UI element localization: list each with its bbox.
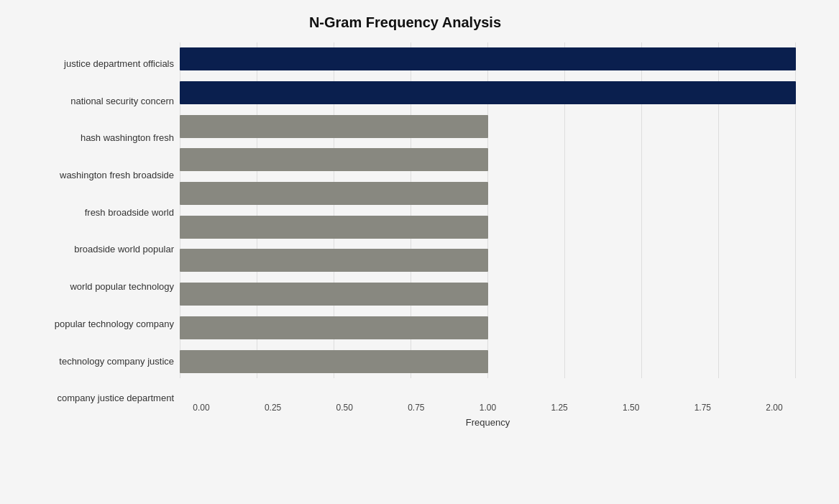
x-tick-label: 2.00 [753, 403, 796, 413]
bar-row [180, 145, 796, 174]
x-tick-labels: 0.000.250.500.751.001.251.501.752.00 [180, 403, 796, 413]
x-axis: 0.000.250.500.751.001.251.501.752.00 Fre… [180, 403, 796, 439]
bar-row [180, 45, 796, 73]
bars-wrapper [180, 42, 796, 378]
bar [180, 115, 488, 138]
bar-row [180, 347, 796, 376]
bar [180, 47, 796, 70]
x-tick-label: 1.25 [538, 403, 581, 413]
bar [180, 216, 488, 239]
chart-container: N-Gram Frequency Analysis justice depart… [0, 0, 839, 504]
y-axis-labels: justice department officialsnational sec… [14, 42, 180, 439]
y-label: broadside world popular [14, 244, 180, 255]
y-label: fresh broadside world [14, 207, 180, 219]
x-tick-label: 1.50 [610, 403, 653, 413]
x-axis-title: Frequency [180, 417, 796, 428]
bar [180, 249, 488, 272]
bar-row [180, 112, 796, 141]
bar [180, 283, 488, 306]
bar [180, 350, 488, 373]
bar [180, 148, 488, 171]
x-tick-label: 0.00 [180, 403, 223, 413]
bar-row [180, 246, 796, 275]
bar-row [180, 313, 796, 342]
y-label: washington fresh broadside [14, 170, 180, 181]
plot-area: 0.000.250.500.751.001.251.501.752.00 Fre… [180, 42, 796, 439]
bar-row [180, 179, 796, 208]
y-label: justice department officials [14, 58, 180, 70]
y-label: technology company justice [14, 356, 180, 367]
bar-row [180, 213, 796, 242]
y-label: world popular technology [14, 281, 180, 293]
x-tick-label: 1.75 [681, 403, 724, 413]
bar [180, 81, 796, 104]
x-tick-label: 0.25 [252, 403, 295, 413]
x-tick-label: 0.50 [323, 403, 366, 413]
chart-area: justice department officialsnational sec… [14, 42, 796, 439]
y-label: national security concern [14, 96, 180, 107]
y-label: hash washington fresh [14, 132, 180, 144]
grid-and-bars [180, 42, 796, 400]
bar [180, 316, 488, 339]
bar-row [180, 280, 796, 308]
bar-row [180, 78, 796, 107]
x-tick-label: 0.75 [395, 403, 438, 413]
chart-title: N-Gram Frequency Analysis [14, 14, 796, 31]
bar [180, 182, 488, 205]
x-tick-label: 1.00 [467, 403, 510, 413]
y-label: popular technology company [14, 319, 180, 330]
y-label: company justice department [14, 393, 180, 404]
